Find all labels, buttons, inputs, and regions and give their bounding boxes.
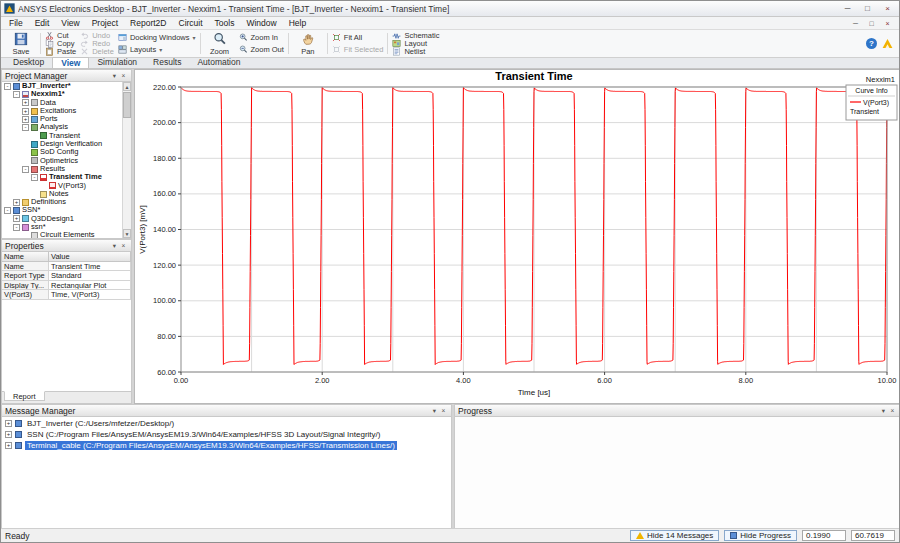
menu-help[interactable]: Help [283, 18, 312, 28]
hide-messages-button[interactable]: Hide 14 Messages [630, 530, 719, 541]
left-dock: Project Manager ▾ × -BJT_Inverter*-Nexxi… [1, 69, 134, 404]
ribbon-tab-automation[interactable]: Automation [189, 57, 248, 68]
progress-icon [730, 532, 737, 539]
scroll-up-button[interactable]: ▲ [123, 82, 131, 91]
panel-menu-icon[interactable]: ▾ [110, 72, 119, 80]
save-button[interactable]: Save [6, 31, 36, 57]
panel-menu-icon[interactable]: ▾ [110, 242, 119, 250]
tree-item-q3ddesign1[interactable]: +Q3DDesign1 [2, 215, 131, 223]
pan-button[interactable]: Pan [293, 31, 323, 57]
layouts-button[interactable]: Layouts ▾ [118, 46, 196, 54]
expander-icon[interactable]: - [13, 91, 20, 98]
expander-icon[interactable]: + [13, 199, 20, 206]
property-row-display-ty[interactable]: Display Ty...Rectangular Plot [2, 281, 131, 291]
svg-text:Transient Time: Transient Time [495, 70, 572, 82]
ribbon-group-pan: Pan [290, 30, 326, 57]
child-close-button[interactable]: × [880, 18, 895, 29]
expander-icon[interactable]: - [31, 174, 38, 181]
property-row-v-port3[interactable]: V(Port3)Time, V(Port3) [2, 290, 131, 300]
tree-item-nexxim1[interactable]: -Nexxim1* [2, 90, 131, 98]
panel-close-icon[interactable]: × [119, 72, 128, 79]
menu-tools[interactable]: Tools [209, 18, 241, 28]
layouts-label: Layouts [130, 45, 156, 54]
ribbon-group-clipboard: Cut Copy Paste Undo Redo [42, 30, 199, 57]
scroll-down-button[interactable]: ▼ [123, 229, 131, 238]
paste-label: Paste [57, 47, 76, 56]
menu-report2d[interactable]: Report2D [124, 18, 172, 28]
panel-close-icon[interactable]: × [439, 407, 448, 414]
panel-menu-icon[interactable]: ▾ [879, 407, 888, 415]
expander-icon[interactable]: - [4, 207, 11, 214]
property-name: Display Ty... [2, 281, 49, 291]
maximize-button[interactable]: □ [859, 2, 876, 15]
svg-text:120.00: 120.00 [153, 261, 176, 270]
column-header-value[interactable]: Value [49, 252, 131, 262]
message-row[interactable]: +SSN (C:/Program Files/AnsysEM/AnsysEM19… [2, 429, 451, 440]
tab-report[interactable]: Report [4, 391, 45, 401]
expander-icon[interactable]: + [5, 420, 12, 427]
message-text: SSN (C:/Program Files/AnsysEM/AnsysEM19.… [25, 430, 382, 439]
expander-icon[interactable]: + [22, 99, 29, 106]
message-row[interactable]: +BJT_Inverter (C:/Users/mfetzer/Desktop/… [2, 418, 451, 429]
message-row[interactable]: +Terminal_cable (C:/Program Files/AnsysE… [2, 440, 451, 451]
expander-icon[interactable]: - [22, 124, 29, 131]
docking-windows-button[interactable]: Docking Windows ▾ [118, 34, 196, 42]
help-icon[interactable]: ? [866, 38, 877, 49]
delete-button[interactable]: Delete [80, 48, 114, 56]
expander-icon[interactable]: + [22, 108, 29, 115]
zoom-out-button[interactable]: Zoom Out [239, 46, 284, 54]
property-value[interactable]: Rectangular Plot [49, 281, 131, 291]
fit-all-button[interactable]: Fit All [332, 34, 384, 42]
expander-icon[interactable]: + [13, 215, 20, 222]
paste-button[interactable]: Paste [45, 48, 76, 56]
tree-item-circuit-elements[interactable]: Circuit Elements [2, 231, 131, 239]
dropdown-arrow-icon: ▾ [159, 46, 162, 53]
menu-circuit[interactable]: Circuit [173, 18, 209, 28]
expander-icon[interactable]: + [22, 116, 29, 123]
hide-progress-button[interactable]: Hide Progress [724, 530, 797, 541]
column-header-name[interactable]: Name [2, 252, 49, 262]
child-restore-button[interactable]: □ [864, 18, 879, 29]
property-value[interactable]: Time, V(Port3) [49, 290, 131, 300]
minimize-button[interactable]: ─ [839, 2, 856, 15]
ribbon-tab-desktop[interactable]: Desktop [5, 57, 52, 68]
expander-icon[interactable]: + [5, 442, 12, 449]
property-row-name[interactable]: NameTransient Time [2, 262, 131, 272]
tree-item-excitations[interactable]: +Excitations [2, 107, 131, 115]
tree-scrollbar[interactable]: ▲ ▼ [122, 82, 131, 238]
tree-item-optimetrics[interactable]: Optimetrics [2, 157, 131, 165]
menu-project[interactable]: Project [86, 18, 124, 28]
status-bar: Ready Hide 14 Messages Hide Progress 0.1… [1, 528, 899, 542]
panel-close-icon[interactable]: × [888, 407, 897, 414]
property-row-report-type[interactable]: Report TypeStandard [2, 271, 131, 281]
expander-icon[interactable]: - [22, 166, 29, 173]
menu-edit[interactable]: Edit [29, 18, 56, 28]
menu-file[interactable]: File [3, 18, 29, 28]
panel-close-icon[interactable]: × [119, 242, 128, 249]
menu-items: FileEditViewProjectReport2DCircuitToolsW… [3, 18, 848, 28]
transient-plot[interactable]: 60.0080.00100.00120.00140.00160.00180.00… [135, 70, 900, 403]
expander-icon[interactable]: + [5, 431, 12, 438]
zoom-in-button[interactable]: Zoom In [239, 34, 284, 42]
menu-window[interactable]: Window [240, 18, 282, 28]
child-minimize-button[interactable]: ─ [848, 18, 863, 29]
ribbon-tab-simulation[interactable]: Simulation [89, 57, 145, 68]
expander-icon[interactable]: - [4, 83, 11, 90]
scroll-thumb[interactable] [123, 92, 131, 118]
tree-item-notes[interactable]: Notes [2, 190, 131, 198]
properties-tab-bar: Report [1, 392, 132, 404]
fit-selected-button[interactable]: Fit Selected [332, 46, 384, 54]
property-value[interactable]: Transient Time [49, 262, 131, 272]
ribbon-tab-view[interactable]: View [52, 57, 89, 68]
close-button[interactable]: × [879, 2, 896, 15]
indent-spacer [22, 141, 29, 148]
expander-icon[interactable]: - [13, 224, 20, 231]
property-value[interactable]: Standard [49, 271, 131, 281]
tree-item-bjt-inverter[interactable]: -BJT_Inverter* [2, 82, 131, 90]
netlist-button[interactable]: Netlist [392, 48, 439, 56]
warning-icon [636, 532, 644, 539]
menu-view[interactable]: View [55, 18, 85, 28]
panel-menu-icon[interactable]: ▾ [430, 407, 439, 415]
zoom-button[interactable]: Zoom [205, 31, 235, 57]
ribbon-tab-results[interactable]: Results [145, 57, 189, 68]
